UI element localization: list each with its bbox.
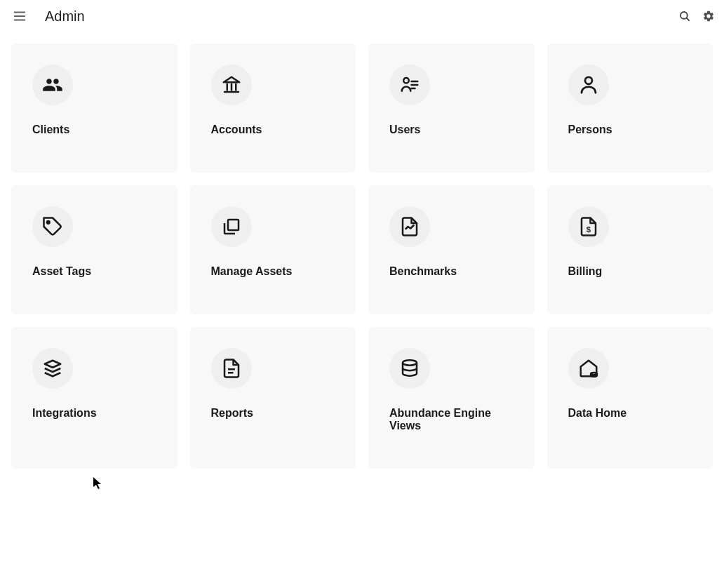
card-label: Billing (568, 265, 692, 278)
accounts-icon (211, 65, 252, 105)
menu-button[interactable] (11, 8, 28, 25)
manage-assets-icon (211, 206, 252, 247)
card-label: Integrations (32, 407, 156, 420)
search-button[interactable] (676, 8, 693, 25)
svg-point-21 (403, 360, 417, 366)
gear-icon (702, 10, 715, 22)
svg-point-14 (585, 77, 592, 84)
card-label: Persons (568, 123, 692, 136)
svg-point-10 (403, 78, 409, 83)
svg-text:$: $ (586, 225, 591, 234)
card-benchmarks[interactable]: Benchmarks (368, 185, 535, 314)
asset-tags-icon (32, 206, 73, 247)
data-home-icon (568, 348, 609, 389)
integrations-icon (32, 348, 73, 389)
card-label: Accounts (211, 123, 335, 136)
card-accounts[interactable]: Accounts (190, 44, 356, 173)
card-users[interactable]: Users (368, 44, 535, 173)
card-label: Asset Tags (32, 265, 156, 278)
menu-icon (12, 8, 27, 24)
benchmarks-icon (389, 206, 430, 247)
search-icon (678, 10, 691, 22)
svg-line-4 (687, 18, 689, 20)
svg-point-15 (47, 221, 50, 224)
card-data-home[interactable]: Data Home (547, 327, 713, 469)
card-abundance-engine-views[interactable]: Abundance Engine Views (368, 327, 535, 469)
card-label: Reports (211, 407, 335, 420)
admin-grid: Clients Accounts Users (0, 32, 724, 480)
reports-icon (211, 348, 252, 389)
settings-button[interactable] (700, 8, 717, 25)
card-label: Data Home (568, 407, 692, 420)
page-title: Admin (45, 8, 85, 25)
header: Admin (0, 0, 724, 32)
card-label: Manage Assets (211, 265, 335, 278)
card-persons[interactable]: Persons (547, 44, 713, 173)
card-label: Abundance Engine Views (389, 407, 514, 432)
card-billing[interactable]: $ Billing (547, 185, 713, 314)
card-integrations[interactable]: Integrations (11, 327, 177, 469)
clients-icon (32, 65, 73, 105)
abundance-icon (389, 348, 430, 389)
persons-icon (568, 65, 609, 105)
card-label: Users (389, 123, 514, 136)
users-icon (389, 65, 430, 105)
svg-marker-18 (45, 361, 61, 368)
svg-point-22 (591, 373, 597, 375)
card-reports[interactable]: Reports (190, 327, 356, 469)
card-asset-tags[interactable]: Asset Tags (11, 185, 177, 314)
card-manage-assets[interactable]: Manage Assets (190, 185, 356, 314)
card-label: Clients (32, 123, 156, 136)
billing-icon: $ (568, 206, 609, 247)
header-actions (676, 8, 717, 25)
svg-rect-16 (228, 220, 239, 230)
card-label: Benchmarks (389, 265, 514, 278)
card-clients[interactable]: Clients (11, 44, 177, 173)
